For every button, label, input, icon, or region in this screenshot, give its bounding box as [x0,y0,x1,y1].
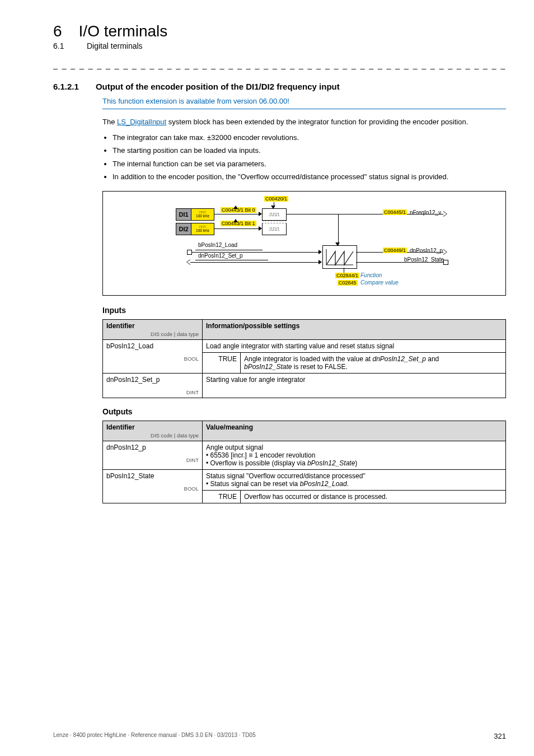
inputs-header-identifier: Identifier DIS code | data type [103,319,203,339]
outputs-header-identifier: Identifier DIS code | data type [103,421,203,441]
output-row-id: bPosIn12_State BOOL [103,469,203,503]
connector-line [338,214,339,245]
bullet-item: The integrator can take max. ±32000 enco… [113,133,506,143]
ls-digitalinput-link[interactable]: LS_DigitalInput [117,118,166,126]
outputs-heading: Outputs [102,407,506,416]
separator-dashes: _ _ _ _ _ _ _ _ _ _ _ _ _ _ _ _ _ _ _ _ … [53,60,506,69]
arrow-icon [318,260,322,264]
intro-post: system block has been extended by the in… [166,118,468,126]
output-row-id: dnPosIn12_p DINT [103,441,203,469]
connector-line [287,214,338,214]
connector-line [214,214,260,214]
outputs-header-value: Value/meaning [203,421,506,441]
output-sub-value: TRUE [203,490,241,503]
page-footer: Lenze · 8400 protec HighLine · Reference… [53,732,506,740]
connector-line [190,262,320,263]
input-sub-value: TRUE [203,352,241,373]
outputs-table: Identifier DIS code | data type Value/me… [102,421,506,503]
compare-label: Compare value [360,279,399,286]
input-row-info: Starting value for angle integrator [203,373,506,398]
bload-label: bPosIn12_Load [198,242,237,248]
inputs-heading: Inputs [102,306,506,315]
di2-wave: ⎍⎍⎍100 kHz [191,223,214,235]
input-port-icon [187,250,192,255]
bullet-item: The starting position can be loaded via … [113,146,506,156]
subsection-number: 6.1.2.1 [53,82,79,91]
c02845-label: C02845 [338,280,358,286]
di2-block: DI2 ⎍⎍⎍100 kHz [176,223,214,235]
dnset-label: dnPosIn12_Set_p [198,253,243,259]
section-number: 6.1 [53,41,70,50]
output-row-desc: Angle output signal • 65536 [incr.] ≡ 1 … [203,441,506,469]
output-sub-desc: Overflow has occurred or distance is pro… [241,490,506,503]
bullet-item: The internal function can be set via par… [113,159,506,169]
dnpos-label: dnPosIn12_p [410,248,443,254]
c00420-label: C00420/1 [264,196,288,202]
bstate-label: bPosIn12_State [404,256,444,263]
pulse-box-1: ⎍⎍⎍ [262,208,287,221]
chapter-title: I/O terminals [79,22,168,40]
ramp-icon [323,246,357,268]
label-underline [195,260,268,260]
di1-wave: ⎍⎍⎍100 kHz [191,208,214,221]
version-note: This function extension is available fro… [102,97,506,105]
c00445-label: C00445/1 [383,209,407,215]
dashed-line [262,221,287,221]
function-label: Function [360,272,382,278]
bullet-list: The integrator can take max. ±32000 enco… [102,133,506,182]
c00443-bit0-label: C00443/1 Bit 0 [221,207,256,213]
blue-divider [102,109,506,109]
di1-label: DI1 [176,208,191,221]
input-arrow-fill [187,260,190,264]
block-diagram: DI1 ⎍⎍⎍100 kHz DI2 ⎍⎍⎍100 kHz C00443/1 B… [102,191,506,296]
connector-line [214,228,260,229]
footer-text: Lenze · 8400 protec HighLine · Reference… [53,732,256,740]
arrow-icon [233,206,238,209]
inputs-table: Identifier DIS code | data type Informat… [102,319,506,398]
input-row-info: Load angle integrator with starting valu… [203,339,506,352]
output-port-icon [443,260,448,265]
page-number: 321 [494,732,506,740]
arrow-icon [233,219,238,222]
intro-pre: The [102,118,117,126]
input-sub-desc: Angle integrator is loaded with the valu… [241,352,506,373]
input-row-id: dnPosIn12_Set_p DINT [103,373,203,398]
output-arrow-icon-fill [443,212,447,216]
intro-paragraph: The LS_DigitalInput system block has bee… [102,117,506,127]
pulse-box-2: ⎍⎍⎍ [262,223,287,235]
di2-label: DI2 [176,223,191,235]
c02844-label: C02844/1 [335,273,359,278]
c00449-label: C00449/1 [383,248,407,253]
function-graph-box [322,245,357,269]
input-row-id: bPosIn12_Load BOOL [103,339,203,373]
nfreq-label: nFreqIn12_v [410,209,441,216]
section-title: Digital terminals [87,41,143,50]
chapter-number: 6 [53,22,62,40]
arrow-icon [318,250,322,254]
di1-block: DI1 ⎍⎍⎍100 kHz [176,208,214,221]
output-row-desc: Status signal "Overflow occurred/distanc… [203,469,506,490]
output-arrow-icon-fill [443,250,447,254]
connector-line [344,268,344,273]
arrow-icon [335,242,340,246]
label-underline [195,250,263,250]
inputs-header-info: Information/possible settings [203,319,506,339]
bullet-item: In addition to the encoder position, the… [113,172,506,182]
subsection-title: Output of the encoder position of the DI… [96,82,340,91]
c00443-bit1-label: C00443/1 Bit 1 [221,221,256,226]
